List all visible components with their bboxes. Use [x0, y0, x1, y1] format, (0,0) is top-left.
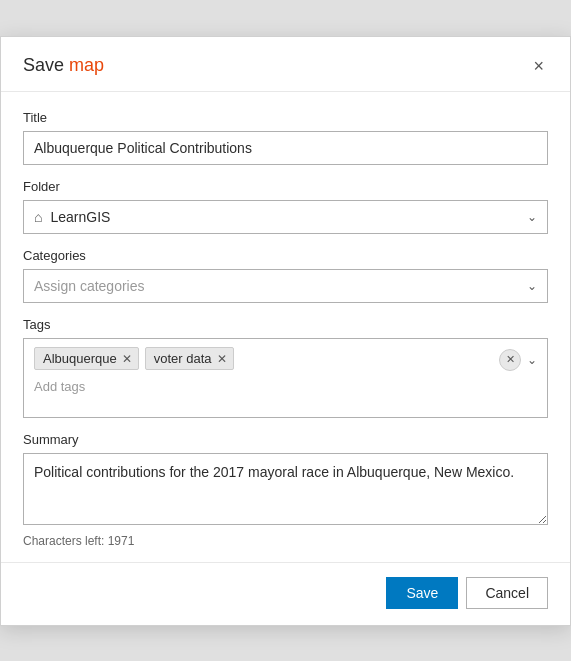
tags-row: Albuquerque ✕ voter data ✕ ✕ ⌄ — [34, 347, 537, 371]
close-button[interactable]: × — [529, 55, 548, 77]
folder-field-group: Folder ⌂ LearnGIS ⌄ — [23, 179, 548, 234]
categories-field-group: Categories Assign categories ⌄ — [23, 248, 548, 303]
title-accent: m — [69, 55, 84, 75]
categories-chevron-icon: ⌄ — [527, 279, 537, 293]
home-icon: ⌂ — [34, 209, 42, 225]
dialog-title: Save map — [23, 55, 104, 76]
save-button[interactable]: Save — [386, 577, 458, 609]
title-input[interactable] — [23, 131, 548, 165]
categories-select[interactable]: Assign categories ⌄ — [23, 269, 548, 303]
save-map-dialog: Save map × Title Folder ⌂ LearnGIS ⌄ Cat… — [0, 36, 571, 626]
dialog-footer: Save Cancel — [1, 562, 570, 625]
tag-voter-data-label: voter data — [154, 351, 212, 366]
tag-albuquerque-remove-button[interactable]: ✕ — [122, 353, 132, 365]
summary-label: Summary — [23, 432, 548, 447]
tag-albuquerque-label: Albuquerque — [43, 351, 117, 366]
tags-field-group: Tags Albuquerque ✕ voter data ✕ ✕ ⌄ — [23, 317, 548, 418]
folder-label: Folder — [23, 179, 548, 194]
clear-tags-button[interactable]: ✕ — [499, 349, 521, 371]
categories-label: Categories — [23, 248, 548, 263]
dialog-body: Title Folder ⌂ LearnGIS ⌄ Categories Ass… — [1, 92, 570, 548]
tags-actions: ✕ ⌄ — [499, 347, 537, 371]
summary-textarea[interactable]: Political contributions for the 2017 may… — [23, 453, 548, 525]
add-tags-placeholder[interactable]: Add tags — [34, 377, 537, 396]
cancel-button[interactable]: Cancel — [466, 577, 548, 609]
categories-placeholder: Assign categories — [34, 278, 145, 294]
summary-field-group: Summary Political contributions for the … — [23, 432, 548, 548]
tag-voter-data: voter data ✕ — [145, 347, 234, 370]
folder-value: ⌂ LearnGIS — [34, 209, 110, 225]
title-field-group: Title — [23, 110, 548, 165]
tags-chevron-icon[interactable]: ⌄ — [527, 353, 537, 367]
tag-albuquerque: Albuquerque ✕ — [34, 347, 139, 370]
tags-container: Albuquerque ✕ voter data ✕ ✕ ⌄ Add tags — [23, 338, 548, 418]
folder-select[interactable]: ⌂ LearnGIS ⌄ — [23, 200, 548, 234]
chars-left: Characters left: 1971 — [23, 534, 548, 548]
folder-chevron-icon: ⌄ — [527, 210, 537, 224]
tags-label: Tags — [23, 317, 548, 332]
title-label: Title — [23, 110, 548, 125]
dialog-header: Save map × — [1, 37, 570, 92]
tag-voter-data-remove-button[interactable]: ✕ — [217, 353, 227, 365]
